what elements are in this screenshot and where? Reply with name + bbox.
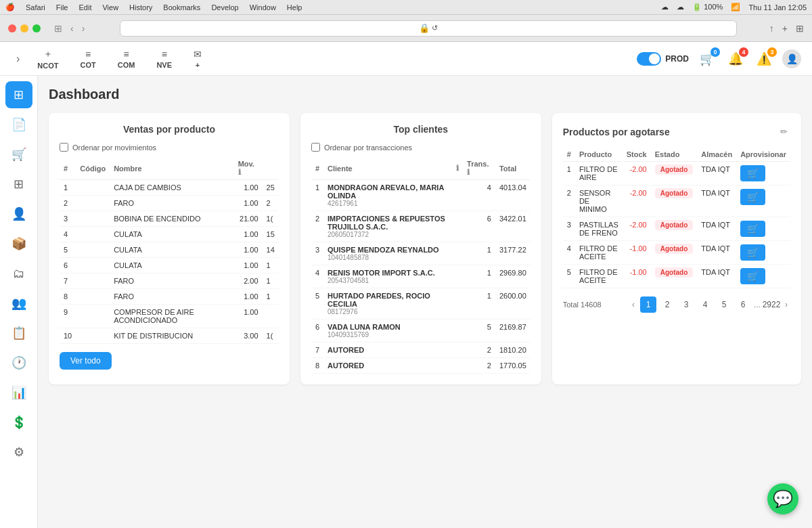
address-bar[interactable]: 🔒 ↺ bbox=[120, 20, 736, 37]
cart-button[interactable]: 🛒 bbox=[740, 221, 765, 237]
cl-col-cliente: Cliente bbox=[323, 157, 452, 180]
user-avatar[interactable]: 👤 bbox=[782, 49, 801, 68]
status-badge: Agotado bbox=[655, 164, 694, 175]
back-button[interactable]: ‹ bbox=[68, 22, 76, 35]
sidebar-item-documents[interactable]: 📄 bbox=[5, 111, 32, 138]
table-row: 3 QUISPE MENDOZA REYNALDO 10401485878 1 … bbox=[311, 242, 531, 265]
col-mov: Mov. ℹ bbox=[234, 157, 263, 180]
ver-todo-button[interactable]: Ver todo bbox=[60, 352, 112, 370]
forward-button[interactable]: › bbox=[79, 22, 88, 35]
bell-button[interactable]: 🔔 4 bbox=[725, 49, 746, 69]
add-tab-icon[interactable]: + bbox=[782, 23, 788, 34]
sidebar-item-clock[interactable]: 🕐 bbox=[5, 349, 32, 376]
clientes-card-title: Top clientes bbox=[311, 124, 531, 135]
table-row: 3 BOBINA DE ENCENDIDO 21.00 1( bbox=[60, 211, 279, 227]
fullscreen-button[interactable] bbox=[32, 24, 41, 32]
whatsapp-button[interactable]: 💬 bbox=[767, 483, 798, 514]
page-1-button[interactable]: 1 bbox=[640, 296, 656, 313]
page-title: Dashboard bbox=[49, 87, 801, 102]
battery-icon: 🔋 100% bbox=[692, 3, 723, 12]
sidebar-item-users[interactable]: 👥 bbox=[5, 290, 32, 317]
pr-col-num: # bbox=[563, 148, 575, 162]
sidebar-item-settings[interactable]: ⚙ bbox=[5, 439, 32, 466]
list-icon: ≡ bbox=[85, 49, 91, 60]
next-page-button[interactable]: › bbox=[782, 300, 790, 309]
col-extra bbox=[263, 157, 279, 180]
cart-button[interactable]: 🛒 bbox=[740, 244, 765, 261]
status-badge: Agotado bbox=[655, 244, 694, 254]
page-6-button[interactable]: 6 bbox=[735, 296, 751, 313]
page-4-button[interactable]: 4 bbox=[697, 296, 713, 313]
table-row: 2 SENSOR DE MINIMO -2.00 Agotado TDA IQT… bbox=[563, 185, 790, 217]
nav-item-cot[interactable]: ≡ COT bbox=[71, 45, 106, 73]
list2-icon: ≡ bbox=[123, 49, 129, 60]
sidebar-toggle-icon[interactable]: ⊞ bbox=[51, 22, 65, 35]
table-row: 7 AUTORED 2 1810.20 bbox=[311, 343, 531, 358]
pr-col-estado: Estado bbox=[651, 148, 698, 162]
nav-item-com[interactable]: ≡ COM bbox=[108, 45, 145, 73]
cart-button[interactable]: 🛒 bbox=[740, 268, 765, 284]
nav-item-more[interactable]: ✉ + bbox=[184, 45, 211, 73]
browser-chrome: ⊞ ‹ › 🔒 ↺ ↑ + ⊞ bbox=[0, 15, 812, 42]
ventas-table: # Código Nombre Mov. ℹ 1 CAJA DE CAMBIOS… bbox=[60, 157, 279, 344]
nav-item-ncot[interactable]: ＋ NCOT bbox=[28, 44, 68, 74]
edit-icon-button[interactable]: ✏ bbox=[777, 124, 790, 139]
table-row: 4 FILTRO DE ACEITE -1.00 Agotado TDA IQT… bbox=[563, 241, 790, 265]
sidebar-item-folder[interactable]: 🗂 bbox=[5, 260, 32, 287]
status-badge: Agotado bbox=[655, 267, 694, 278]
table-row: 4 RENIS MOTOR IMPORT S.A.C. 20543704581 … bbox=[311, 265, 531, 288]
table-row: 2 FARO 1.00 2 bbox=[60, 196, 279, 211]
ordenar-transacciones-label: Ordenar por transacciones bbox=[324, 144, 412, 152]
minimize-button[interactable] bbox=[20, 24, 28, 32]
apple-icon[interactable]: 🍎 bbox=[5, 3, 15, 12]
ordenar-movimientos-checkbox[interactable] bbox=[60, 143, 68, 152]
sidebar-item-dollar[interactable]: 💲 bbox=[5, 409, 32, 436]
sidebar-item-box[interactable]: 📦 bbox=[5, 230, 32, 257]
table-row: 9 COMPRESOR DE AIRE ACONDICIONADO 1.00 bbox=[60, 305, 279, 328]
ordenar-transacciones-checkbox[interactable] bbox=[311, 143, 320, 152]
nav-item-nve[interactable]: ≡ NVE bbox=[147, 45, 181, 73]
page-last-button[interactable]: 2922 bbox=[763, 296, 780, 313]
wifi-icon: 📶 bbox=[731, 3, 740, 12]
cart-button[interactable]: 🛒 0 bbox=[697, 49, 717, 69]
warning-button[interactable]: ⚠️ 3 bbox=[754, 49, 774, 69]
sidebar-item-chart[interactable]: 📊 bbox=[5, 379, 32, 406]
cl-col-trans: Trans. ℹ bbox=[463, 157, 495, 180]
clientes-table: # Cliente ℹ Trans. ℹ Total 1 MONDRAGON A… bbox=[311, 157, 531, 374]
table-row: 5 CULATA 1.00 14 bbox=[60, 242, 279, 258]
ventas-card: Ventas por producto Ordenar por movimien… bbox=[49, 113, 290, 384]
prod-toggle[interactable]: PROD bbox=[637, 52, 689, 66]
cl-col-num: # bbox=[311, 157, 323, 180]
ellipsis: ... bbox=[754, 300, 761, 309]
cloud2-icon: ☁ bbox=[677, 3, 684, 12]
table-row: 6 CULATA 1.00 1 bbox=[60, 258, 279, 273]
table-row: 5 FILTRO DE ACEITE -1.00 Agotado TDA IQT… bbox=[563, 265, 790, 288]
sidebar-item-dashboard[interactable]: ⊞ bbox=[5, 81, 32, 108]
sidebar-item-cart[interactable]: 🛒 bbox=[5, 141, 32, 168]
top-nav: › ＋ NCOT ≡ COT ≡ COM ≡ NVE ✉ + PROD 🛒 0 … bbox=[0, 42, 812, 76]
table-row: 5 HURTADO PAREDES, ROCIO CECILIA 0817297… bbox=[311, 288, 531, 320]
reader-icon[interactable]: ⊞ bbox=[796, 23, 804, 34]
sidebar-item-grid[interactable]: ⊞ bbox=[5, 171, 32, 198]
close-button[interactable] bbox=[8, 24, 16, 32]
dashboard-grid: Ventas por producto Ordenar por movimien… bbox=[49, 113, 801, 384]
sidebar-item-list[interactable]: 📋 bbox=[5, 320, 32, 347]
page-3-button[interactable]: 3 bbox=[678, 296, 694, 313]
productos-card-title: Productos por agotarse bbox=[563, 127, 670, 137]
mac-bar: 🍎 Safari File Edit View History Bookmark… bbox=[0, 0, 812, 15]
col-codigo: Código bbox=[76, 157, 110, 180]
page-2-button[interactable]: 2 bbox=[659, 296, 675, 313]
clock: Thu 11 Jan 12:05 bbox=[748, 3, 807, 12]
productos-card: Productos por agotarse ✏ # Producto Stoc… bbox=[552, 113, 801, 384]
cart-button[interactable]: 🛒 bbox=[740, 165, 765, 181]
prev-page-button[interactable]: ‹ bbox=[629, 300, 637, 309]
pr-col-producto: Producto bbox=[575, 148, 623, 162]
cart-button[interactable]: 🛒 bbox=[740, 189, 765, 205]
share-icon[interactable]: ↑ bbox=[769, 23, 774, 34]
pr-col-aprovisionar: Aprovisionar bbox=[736, 148, 790, 162]
nav-toggle-icon[interactable]: › bbox=[11, 50, 25, 68]
page-5-button[interactable]: 5 bbox=[716, 296, 732, 313]
table-row: 1 MONDRAGON AREVALO, MARIA OLINDA 426179… bbox=[311, 180, 531, 211]
sidebar-item-user[interactable]: 👤 bbox=[5, 200, 32, 227]
mail-icon: ✉ bbox=[194, 49, 202, 60]
